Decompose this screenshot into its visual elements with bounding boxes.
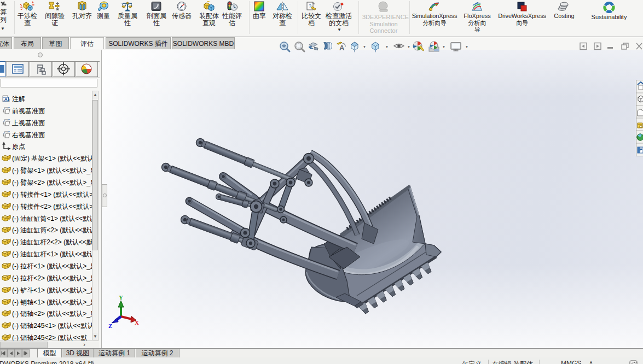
svg-text:▼: ▼ [407, 45, 410, 49]
svg-text:▼: ▼ [363, 45, 366, 49]
svg-text:▼: ▼ [385, 45, 389, 49]
svg-text:Z: Z [108, 322, 112, 329]
svg-text:A: A [4, 97, 8, 102]
svg-text:▼: ▼ [442, 45, 445, 49]
svg-text:Y: Y [119, 294, 123, 301]
svg-text:X: X [135, 319, 139, 326]
svg-text:▼: ▼ [465, 45, 468, 49]
svg-text:A: A [339, 44, 345, 52]
